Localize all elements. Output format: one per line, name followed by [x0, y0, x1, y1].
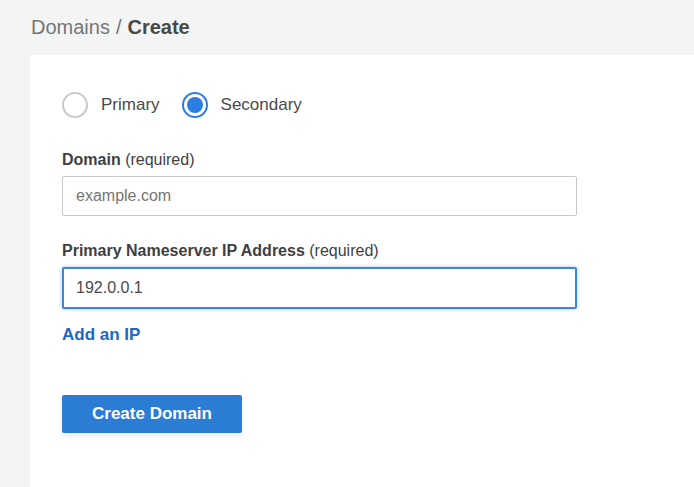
radio-secondary-label: Secondary [221, 95, 302, 115]
radio-primary[interactable]: Primary [62, 92, 160, 118]
domain-type-radio-group: Primary Secondary [62, 92, 694, 118]
domain-field-label: Domain (required) [62, 151, 694, 169]
ip-field-label: Primary Nameserver IP Address (required) [62, 242, 694, 260]
breadcrumb-create: Create [127, 16, 189, 39]
breadcrumb: Domains / Create [0, 0, 694, 55]
domain-required-hint: (required) [125, 151, 194, 168]
create-domain-button[interactable]: Create Domain [62, 395, 242, 433]
radio-secondary[interactable]: Secondary [182, 92, 302, 118]
ip-required-hint: (required) [309, 242, 378, 259]
radio-primary-label: Primary [101, 95, 160, 115]
domain-input[interactable] [62, 176, 577, 216]
add-ip-link[interactable]: Add an IP [62, 325, 140, 345]
ip-label-text: Primary Nameserver IP Address [62, 242, 305, 259]
radio-primary-circle-icon[interactable] [62, 92, 88, 118]
primary-nameserver-ip-input[interactable] [62, 267, 577, 309]
domain-label-text: Domain [62, 151, 121, 168]
breadcrumb-domains[interactable]: Domains [31, 16, 110, 39]
radio-secondary-circle-icon[interactable] [182, 92, 208, 118]
breadcrumb-separator: / [116, 16, 122, 39]
create-domain-form-panel: Primary Secondary Domain (required) Prim… [30, 55, 694, 487]
